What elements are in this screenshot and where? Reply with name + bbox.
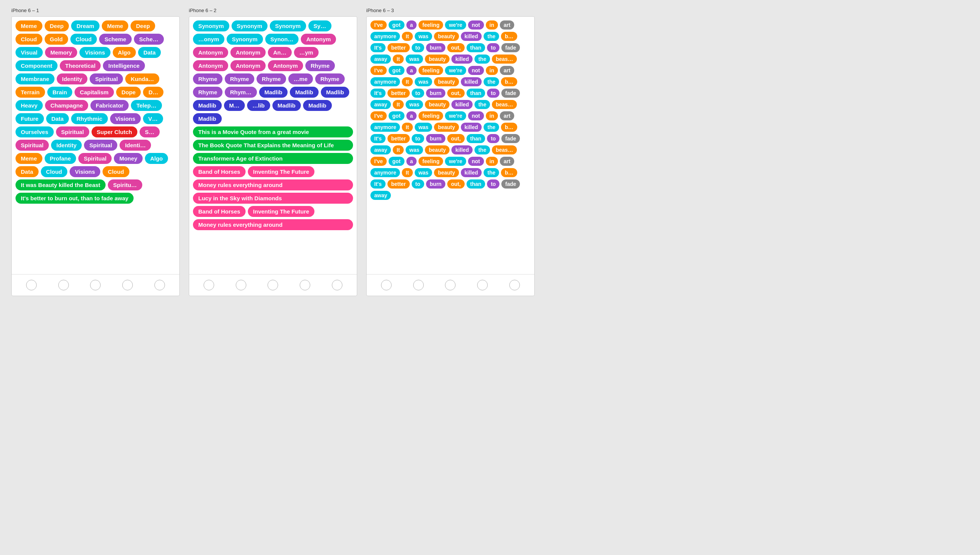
tag[interactable]: Madlib (272, 100, 301, 111)
word-tag[interactable]: killed (451, 55, 473, 64)
word-tag[interactable]: beauty (434, 168, 459, 177)
tag[interactable]: Spiritual (56, 127, 89, 138)
word-tag[interactable]: was (406, 145, 423, 154)
word-tag[interactable]: anymore (371, 168, 400, 177)
word-tag[interactable]: got (388, 21, 404, 29)
tag[interactable]: Rhyme (315, 74, 345, 84)
word-tag[interactable]: not (468, 157, 484, 166)
tag[interactable]: Money rules everything around (193, 180, 353, 191)
word-tag[interactable]: to (412, 88, 424, 98)
word-tag[interactable]: feeling (419, 66, 443, 75)
word-tag[interactable]: killed (461, 32, 482, 41)
word-tag[interactable]: out, (447, 134, 465, 143)
word-tag[interactable]: art (500, 111, 514, 120)
tag[interactable]: Algo (113, 47, 136, 58)
tag[interactable]: Antonym (230, 60, 265, 71)
word-tag[interactable]: in (486, 66, 498, 75)
tag[interactable]: Identity (51, 140, 82, 151)
word-tag[interactable]: not (468, 111, 484, 120)
tag[interactable]: Data (16, 166, 38, 177)
word-tag[interactable]: It (402, 32, 413, 41)
tag[interactable]: M… (224, 100, 245, 111)
word-tag[interactable]: It (393, 55, 404, 64)
tag[interactable]: This is a Movie Quote from a great movie (193, 127, 353, 138)
tag[interactable]: Synon… (265, 34, 299, 45)
word-tag[interactable]: fade (501, 180, 520, 189)
tag[interactable]: Antonym (268, 60, 303, 71)
nav-dot[interactable] (509, 280, 520, 290)
word-tag[interactable]: b… (501, 123, 517, 132)
tag[interactable]: Theoretical (60, 60, 101, 71)
word-tag[interactable]: we're (445, 111, 466, 120)
word-tag[interactable]: the (475, 145, 490, 154)
tag[interactable]: Memory (45, 47, 78, 58)
tag[interactable]: Sche… (134, 34, 164, 45)
tag[interactable]: Capitalism (75, 87, 114, 98)
word-tag[interactable]: a (406, 21, 417, 29)
tag[interactable]: Meme (16, 21, 42, 31)
word-tag[interactable]: better (387, 134, 410, 143)
word-tag[interactable]: got (388, 157, 404, 166)
word-tag[interactable]: beauty (434, 32, 459, 41)
word-tag[interactable]: fade (501, 134, 520, 143)
word-tag[interactable]: got (388, 66, 404, 75)
tag[interactable]: Dope (116, 87, 141, 98)
word-tag[interactable]: away (371, 100, 391, 109)
tag[interactable]: Visions (110, 113, 141, 124)
tag[interactable]: Rhyme (305, 60, 335, 71)
word-tag[interactable]: art (500, 21, 514, 29)
word-tag[interactable]: we're (445, 21, 466, 29)
tag[interactable]: Synonym (270, 21, 306, 31)
word-tag[interactable]: beauty (425, 55, 449, 64)
tag[interactable]: Visions (80, 47, 110, 58)
nav-dot[interactable] (300, 280, 310, 290)
word-tag[interactable]: fade (501, 88, 520, 98)
tag[interactable]: …ym (294, 47, 318, 58)
tag[interactable]: Cloud (16, 34, 42, 45)
tag[interactable]: Antonym (193, 47, 228, 58)
tag[interactable]: Intelligence (103, 60, 145, 71)
tag[interactable]: Meme (102, 21, 129, 31)
word-tag[interactable]: the (484, 77, 499, 86)
tag[interactable]: It was Beauty killed the Beast (16, 180, 106, 191)
tag[interactable]: Visions (70, 166, 100, 177)
tag[interactable]: Rhythmic (71, 113, 107, 124)
tag[interactable]: …lib (247, 100, 270, 111)
word-tag[interactable]: feeling (419, 157, 443, 166)
word-tag[interactable]: out, (447, 43, 465, 52)
tag[interactable]: Identity (57, 74, 87, 84)
nav-dot[interactable] (154, 280, 165, 290)
word-tag[interactable]: in (486, 21, 498, 29)
word-tag[interactable]: It's (371, 43, 385, 52)
word-tag[interactable]: to (412, 180, 424, 189)
nav-dot[interactable] (332, 280, 342, 290)
tag[interactable]: Deep (131, 21, 155, 31)
tag[interactable]: Future (16, 113, 44, 124)
word-tag[interactable]: killed (461, 77, 482, 86)
word-tag[interactable]: in (486, 157, 498, 166)
word-tag[interactable]: b… (501, 77, 517, 86)
tag[interactable]: Super Clutch (91, 127, 137, 138)
word-tag[interactable]: the (475, 55, 490, 64)
word-tag[interactable]: got (388, 111, 404, 120)
word-tag[interactable]: It's (371, 88, 385, 98)
tag[interactable]: Rhyme (193, 74, 222, 84)
word-tag[interactable]: It (393, 145, 404, 154)
tag[interactable]: Sy… (309, 21, 331, 31)
tag[interactable]: Madlib (193, 113, 222, 124)
tag[interactable]: Madlib (193, 100, 222, 111)
word-tag[interactable]: out, (447, 180, 465, 189)
word-tag[interactable]: was (415, 77, 432, 86)
tag[interactable]: Champagne (45, 100, 88, 111)
tag[interactable]: Cloud (41, 166, 68, 177)
word-tag[interactable]: the (484, 168, 499, 177)
word-tag[interactable]: burn (426, 43, 445, 52)
word-tag[interactable]: away (371, 191, 391, 200)
tag[interactable]: Rhyme (257, 74, 286, 84)
word-tag[interactable]: killed (451, 100, 473, 109)
tag[interactable]: S… (140, 127, 160, 138)
word-tag[interactable]: the (484, 32, 499, 41)
word-tag[interactable]: killed (461, 123, 482, 132)
tag[interactable]: V… (143, 113, 163, 124)
word-tag[interactable]: to (487, 134, 499, 143)
